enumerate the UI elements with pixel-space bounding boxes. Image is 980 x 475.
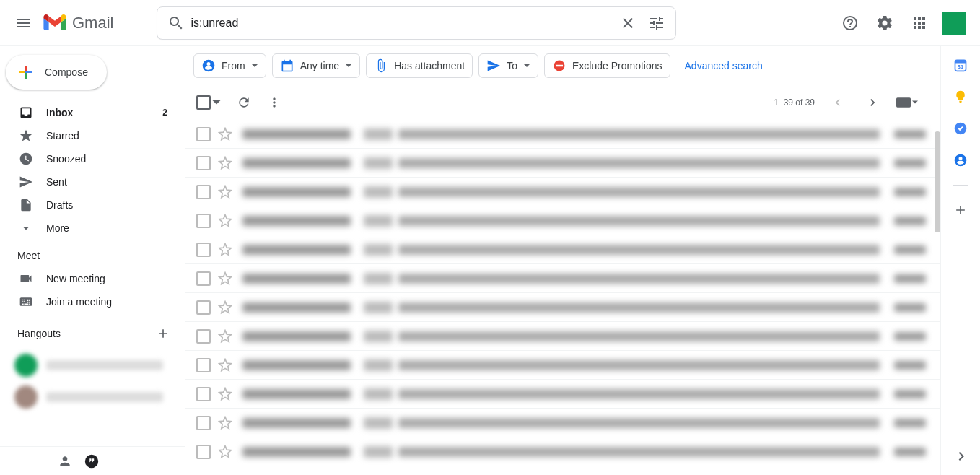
row-checkbox[interactable] <box>196 387 211 401</box>
message-row[interactable] <box>185 437 940 466</box>
star-icon[interactable] <box>218 329 232 344</box>
star-icon[interactable] <box>218 358 232 372</box>
calendar-icon <box>280 58 294 73</box>
sidebar-item-label: Starred <box>46 130 79 141</box>
sidebar-item-drafts[interactable]: Drafts <box>0 193 179 217</box>
tasks-app-icon[interactable] <box>953 121 968 136</box>
message-row[interactable] <box>185 351 940 380</box>
filter-exclude-promotions[interactable]: Exclude Promotions <box>544 53 670 78</box>
message-row[interactable] <box>185 264 940 293</box>
star-icon[interactable] <box>218 127 232 141</box>
keep-app-icon[interactable] <box>953 90 968 104</box>
new-hangout-button[interactable] <box>153 323 173 344</box>
search-input[interactable] <box>191 17 613 30</box>
row-checkbox[interactable] <box>196 329 211 344</box>
row-checkbox[interactable] <box>196 300 211 315</box>
star-icon[interactable] <box>218 387 232 401</box>
contacts-app-icon[interactable] <box>953 153 968 167</box>
row-checkbox[interactable] <box>196 127 211 141</box>
message-row[interactable] <box>185 293 940 322</box>
row-checkbox[interactable] <box>196 416 211 430</box>
sidebar-item-snoozed[interactable]: Snoozed <box>0 147 179 170</box>
join-meeting-button[interactable]: Join a meeting <box>0 290 185 313</box>
select-all-checkbox[interactable] <box>196 95 211 110</box>
apps-button[interactable] <box>905 9 934 38</box>
message-row[interactable] <box>185 206 940 235</box>
advanced-search-link[interactable]: Advanced search <box>685 60 763 71</box>
add-app-icon[interactable] <box>953 203 968 217</box>
svg-point-1 <box>85 454 98 467</box>
row-checkbox[interactable] <box>196 156 211 170</box>
sender-blurred <box>242 245 351 255</box>
sender-blurred <box>242 331 351 341</box>
hangout-contact[interactable] <box>0 349 185 381</box>
star-icon[interactable] <box>218 416 232 430</box>
calendar-app-icon[interactable]: 31 <box>953 58 968 72</box>
label-blurred <box>364 186 393 198</box>
message-row[interactable] <box>185 235 940 264</box>
more-button[interactable] <box>267 95 281 110</box>
date-blurred <box>894 159 926 167</box>
sidebar-item-starred[interactable]: Starred <box>0 124 179 147</box>
row-checkbox[interactable] <box>196 445 211 459</box>
hide-side-panel-button[interactable] <box>953 448 970 465</box>
row-checkbox[interactable] <box>196 243 211 257</box>
filter-to[interactable]: To <box>478 53 538 78</box>
search-button[interactable] <box>162 9 191 38</box>
account-avatar[interactable] <box>942 12 966 35</box>
star-icon[interactable] <box>218 445 232 459</box>
person-icon[interactable] <box>58 454 72 469</box>
settings-button[interactable] <box>870 9 899 38</box>
gmail-logo[interactable]: Gmail <box>43 14 113 32</box>
support-button[interactable] <box>836 9 865 38</box>
filter-has-attachment[interactable]: Has attachment <box>366 53 473 78</box>
star-icon[interactable] <box>218 156 232 170</box>
date-blurred <box>894 130 926 139</box>
scrollbar[interactable] <box>935 131 940 232</box>
chevron-left-icon <box>831 95 845 110</box>
star-icon[interactable] <box>218 214 232 228</box>
hangout-contact[interactable] <box>0 381 185 413</box>
search-options-button[interactable] <box>642 9 671 38</box>
star-icon[interactable] <box>218 243 232 257</box>
star-icon[interactable] <box>218 185 232 199</box>
date-blurred <box>894 303 926 312</box>
message-row[interactable] <box>185 149 940 178</box>
sidebar-item-more[interactable]: More <box>0 217 179 240</box>
filter-any-time[interactable]: Any time <box>272 53 360 78</box>
row-checkbox[interactable] <box>196 185 211 199</box>
subject-blurred <box>398 331 880 341</box>
send-arrow-icon <box>486 58 501 73</box>
main-menu-button[interactable] <box>6 6 40 40</box>
chip-label: Exclude Promotions <box>572 60 662 71</box>
select-dropdown-arrow[interactable] <box>212 98 221 107</box>
message-row[interactable] <box>185 380 940 409</box>
row-checkbox[interactable] <box>196 271 211 286</box>
refresh-button[interactable] <box>237 95 251 110</box>
star-icon[interactable] <box>218 271 232 286</box>
new-meeting-button[interactable]: New meeting <box>0 267 185 290</box>
compose-button[interactable]: Compose <box>6 55 107 90</box>
label-blurred <box>364 446 393 458</box>
input-tools-button[interactable] <box>896 91 919 114</box>
hangouts-icon[interactable] <box>84 453 100 469</box>
message-row[interactable] <box>185 409 940 437</box>
chevron-right-icon <box>865 95 880 110</box>
prev-page-button[interactable] <box>826 91 849 114</box>
sidebar-item-sent[interactable]: Sent <box>0 170 179 193</box>
message-row[interactable] <box>185 322 940 351</box>
row-checkbox[interactable] <box>196 214 211 228</box>
filter-from[interactable]: From <box>193 53 266 78</box>
sender-blurred <box>242 360 351 370</box>
sender-blurred <box>242 302 351 313</box>
svg-text:31: 31 <box>958 64 963 70</box>
contact-avatar <box>14 354 38 377</box>
clear-search-button[interactable] <box>613 9 642 38</box>
message-row[interactable] <box>185 120 940 149</box>
row-checkbox[interactable] <box>196 358 211 372</box>
next-page-button[interactable] <box>861 91 884 114</box>
message-row[interactable] <box>185 178 940 206</box>
hangouts-title: Hangouts <box>17 328 61 339</box>
sidebar-item-inbox[interactable]: Inbox 2 <box>0 101 179 124</box>
star-icon[interactable] <box>218 300 232 315</box>
